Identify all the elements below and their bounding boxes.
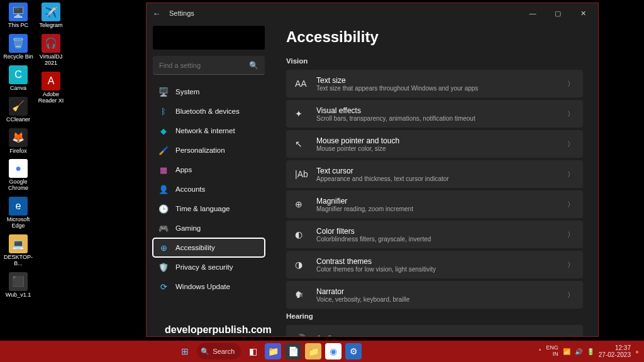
setting-card-visual-effects[interactable]: ✦Visual effectsScroll bars, transparency… (286, 100, 583, 128)
search-input[interactable] (159, 62, 249, 69)
nav-item-time-language[interactable]: 🕒Time & language (153, 199, 265, 218)
firefox-icon: 🦊 (9, 128, 28, 147)
nav-icon: 🎮 (158, 222, 169, 234)
chevron-right-icon: 〉 (567, 79, 574, 89)
nav-icon: 🖥️ (158, 86, 169, 97)
desktop-icon[interactable]: 🧹CCleaner (3, 97, 34, 123)
nav-icon: ◆ (158, 125, 169, 136)
taskbar-app[interactable]: 📁 (265, 343, 281, 359)
app-icon: ⬛ (9, 272, 28, 291)
battery-icon[interactable]: 🔋 (587, 348, 594, 355)
trash-icon: 🗑️ (9, 34, 28, 53)
card-subtitle: Text size that appears throughout Window… (316, 85, 567, 92)
chrome-icon: ● (9, 159, 28, 178)
section-hearing: Hearing (286, 312, 583, 320)
chevron-right-icon: 〉 (567, 140, 574, 149)
settings-window: ← Settings — ▢ ✕ 🔍 🖥️SystemᛒBluetooth & … (146, 3, 599, 337)
setting-card-color-filters[interactable]: ◐Color filtersColorblindness filters, gr… (286, 221, 583, 248)
nav-item-privacy-security[interactable]: 🛡️Privacy & security (153, 258, 265, 277)
setting-card-magnifier[interactable]: ⊕MagnifierMagnifier reading, zoom increm… (286, 190, 583, 218)
desktop-icon[interactable]: ✈️Telegram (35, 3, 67, 29)
window-title: Settings (169, 9, 520, 17)
taskbar-app[interactable]: 📁 (305, 343, 321, 359)
wifi-icon[interactable]: 📶 (563, 348, 570, 355)
desktop-icon[interactable]: 🎧VirtualDJ 2021 (35, 34, 67, 67)
nav-item-windows-update[interactable]: ⟳Windows Update (153, 277, 265, 296)
language-indicator[interactable]: ENGIN (546, 345, 558, 358)
taskbar-app[interactable]: 📄 (285, 343, 301, 359)
notification-icon[interactable]: ● (635, 348, 639, 355)
setting-card-mouse-pointer-and-touch[interactable]: ↖Mouse pointer and touchMouse pointer co… (286, 130, 583, 158)
minimize-button[interactable]: — (520, 4, 545, 22)
nav-item-system[interactable]: 🖥️System (153, 82, 265, 101)
setting-card-text-cursor[interactable]: |AbText cursorAppearance and thickness, … (286, 160, 583, 188)
settings-search[interactable]: 🔍 (153, 56, 265, 75)
close-button[interactable]: ✕ (570, 4, 596, 22)
nav-icon: 🛡️ (158, 261, 169, 273)
nav-item-network-internet[interactable]: ◆Network & internet (153, 121, 265, 140)
maximize-button[interactable]: ▢ (545, 4, 570, 22)
desktop: 🖥️This PC 🗑️Recycle Bin CCanva 🧹CCleaner… (3, 3, 67, 304)
desktop-icon[interactable]: eMicrosoft Edge (3, 197, 34, 229)
setting-card-audio[interactable]: 🔊 Audio 〉 (286, 325, 583, 336)
task-view-button[interactable]: ◧ (245, 343, 261, 359)
taskbar-search[interactable]: 🔍Search (197, 343, 241, 359)
desktop-icon[interactable]: 💻DESKTOP-B... (3, 234, 34, 267)
nav-icon: 👤 (158, 184, 169, 195)
desktop-icon[interactable]: 🦊Firefox (3, 128, 34, 155)
nav-icon: 🖌️ (158, 145, 169, 156)
chevron-right-icon: 〉 (567, 334, 574, 337)
desktop-icon[interactable]: AAdobe Reader XI (35, 72, 67, 104)
card-subtitle: Mouse pointer color, size (316, 145, 567, 152)
user-account-box[interactable] (153, 26, 265, 50)
setting-card-contrast-themes[interactable]: ◑Contrast themesColor themes for low vis… (286, 251, 583, 278)
setting-card-narrator[interactable]: 🗣NarratorVoice, verbosity, keyboard, bra… (286, 281, 583, 309)
desktop-icon[interactable]: ●Google Chrome (3, 159, 34, 192)
section-vision: Vision (286, 57, 583, 65)
nav-label: Accessibility (175, 244, 215, 251)
nav-label: Apps (175, 166, 192, 173)
nav-label: Windows Update (175, 283, 230, 290)
card-title: Text cursor (316, 167, 567, 175)
chevron-right-icon: 〉 (567, 170, 574, 179)
chevron-right-icon: 〉 (567, 230, 574, 239)
search-icon: 🔍 (249, 61, 258, 70)
system-tray: ˄ ENGIN 📶 🔊 🔋 12:3727-02-2023 ● (538, 344, 644, 359)
card-icon: 🗣 (295, 290, 308, 300)
nav-item-bluetooth-devices[interactable]: ᛒBluetooth & devices (153, 102, 265, 121)
desktop-icon[interactable]: CCanva (3, 65, 34, 92)
back-button[interactable]: ← (149, 9, 164, 18)
canva-icon: C (9, 65, 28, 84)
desktop-icon[interactable]: 🖥️This PC (3, 3, 34, 29)
tray-chevron-icon[interactable]: ˄ (538, 348, 541, 355)
nav-item-apps[interactable]: ▦Apps (153, 160, 265, 179)
chevron-right-icon: 〉 (567, 109, 574, 119)
pc-icon: 🖥️ (9, 3, 28, 21)
edge-icon: e (9, 197, 28, 216)
card-title: Mouse pointer and touch (316, 136, 567, 145)
nav-item-accessibility[interactable]: ⊕Accessibility (153, 238, 265, 257)
setting-card-text-size[interactable]: A͏AText sizeText size that appears throu… (286, 70, 583, 97)
nav-icon: ▦ (158, 164, 169, 175)
card-title: Visual effects (316, 106, 567, 115)
main-content[interactable]: Accessibility Vision A͏AText sizeText si… (271, 23, 598, 336)
card-title: Narrator (316, 287, 567, 296)
taskbar-app-settings[interactable]: ⚙ (345, 343, 362, 359)
nav-item-personalization[interactable]: 🖌️Personalization (153, 141, 265, 160)
watermark: developerpublish.com (165, 324, 272, 336)
nav-label: Gaming (175, 224, 201, 232)
clock[interactable]: 12:3727-02-2023 (599, 344, 631, 359)
nav-list: 🖥️SystemᛒBluetooth & devices◆Network & i… (153, 82, 265, 330)
page-title: Accessibility (286, 28, 583, 46)
desktop-icon[interactable]: 🗑️Recycle Bin (3, 34, 34, 60)
nav-item-accounts[interactable]: 👤Accounts (153, 180, 265, 199)
taskbar-app[interactable]: ◉ (325, 343, 341, 359)
search-icon: 🔍 (201, 348, 209, 356)
start-button[interactable]: ⊞ (177, 343, 193, 359)
ccleaner-icon: 🧹 (9, 97, 28, 116)
desktop-icon[interactable]: ⬛Wub_v1.1 (3, 272, 34, 299)
nav-icon: ᛒ (158, 106, 169, 117)
card-subtitle: Appearance and thickness, text cursor in… (316, 175, 567, 182)
nav-item-gaming[interactable]: 🎮Gaming (153, 219, 265, 238)
volume-icon[interactable]: 🔊 (575, 348, 582, 355)
